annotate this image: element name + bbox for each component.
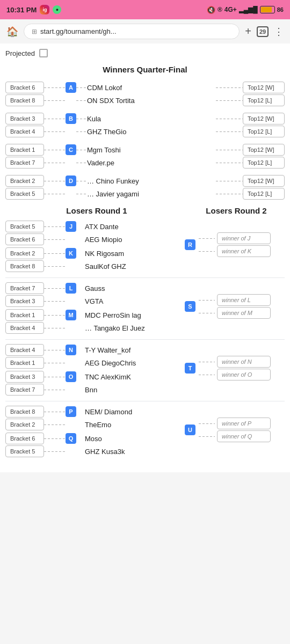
losers-right-col: R winner of J winner of K (188, 232, 285, 261)
result-connector (216, 87, 243, 88)
connector (44, 425, 66, 425)
connector (44, 301, 66, 302)
connector (44, 181, 66, 181)
battery-fill (261, 7, 272, 12)
instagram-icon[interactable]: ig (40, 5, 49, 14)
match-row-top: Bracket 6 Q Moso (5, 433, 188, 444)
battery-pct: 86 (277, 6, 284, 13)
status-left: 10:31 PM ig ● (6, 5, 61, 14)
bracket-slot: Bracket 4 (5, 344, 44, 356)
result-slot: Top12 [W] (243, 175, 285, 187)
more-menu-button[interactable]: ⋮ (274, 26, 284, 38)
winners-match-group: Bracket 1 C Mgm Toshi Top12 [W] Bracket … (5, 144, 285, 169)
divider (5, 401, 285, 401)
r2-badge: U (185, 425, 195, 435)
match-row-bottom: Bracket 7 Vader.pe Top12 [L] (5, 157, 285, 169)
r2-connector (199, 251, 215, 252)
url-bar[interactable]: ⊞ start.gg/tournament/gh... (24, 24, 240, 39)
home-button[interactable]: 🏠 (6, 26, 18, 38)
r2-connector (199, 300, 215, 301)
r2-result: winner of K (217, 245, 271, 257)
connector (44, 239, 66, 240)
losers-pair-group: Bracket 4 N T-Y Walter_kof Bracket 1 AEG… (5, 344, 285, 397)
player-name: Gauss (85, 284, 188, 292)
player-name: T-Y Walter_kof (85, 346, 188, 354)
match-row-bottom: Bracket 7 Bnn (5, 384, 188, 396)
r2-row-top: winner of P (199, 418, 285, 429)
connector (44, 350, 66, 350)
r2-result: winner of J (217, 232, 271, 244)
browser-bar: 🏠 ⊞ start.gg/tournament/gh... + 29 ⋮ (0, 19, 290, 43)
match-badge: N (66, 345, 76, 355)
player-name: ON SDX Tortita (87, 97, 216, 105)
r2-connector (199, 436, 215, 437)
player-name: Mgm Toshi (87, 146, 216, 154)
result-connector (216, 119, 243, 119)
r2-badge: T (185, 363, 195, 374)
losers-match: Bracket 4 N T-Y Walter_kof Bracket 1 AEG… (5, 344, 188, 369)
losers-match: Bracket 2 K NK Rigosam Bracket 8 SaulKof… (5, 247, 188, 272)
match-row-top: Bracket 2 K NK Rigosam (5, 247, 188, 259)
bracket-slot: Bracket 7 (5, 282, 44, 294)
result-connector (216, 100, 243, 101)
network-icon: 4G+ (224, 6, 237, 13)
player-name: SaulKof GHZ (85, 262, 188, 270)
status-right: 🔇 ® 4G+ ▂▄▆█ 86 (207, 6, 284, 14)
main-content: Projected Winners Quarter-Final Bracket … (0, 43, 290, 472)
connector (44, 363, 66, 363)
home-icon: 🏠 (6, 26, 18, 37)
connector (44, 163, 66, 163)
match-row-top: Bracket 2 D … Chino Funkey Top12 [W] (5, 175, 285, 187)
losers-left-col: Bracket 5 J ATX Dante Bracket 6 AEG Miop… (5, 221, 188, 273)
winners-match-group: Bracket 6 A CDM Lokof Top12 [W] Bracket … (5, 82, 285, 106)
result-connector (216, 194, 243, 194)
bracket-slot: Bracket 5 (5, 188, 44, 200)
losers-left-col: Bracket 7 L Gauss Bracket 3 VGTA Bracket… (5, 282, 188, 335)
r2-result: winner of P (217, 418, 271, 429)
tab-count-badge[interactable]: 29 (257, 26, 269, 37)
match-badge: Q (66, 433, 76, 444)
connector (76, 150, 87, 150)
connector (44, 150, 66, 150)
player-name: GHZ Kusa3k (85, 448, 188, 456)
match-row-top: Bracket 1 M MDC PerroSin lag (5, 309, 188, 321)
connector (44, 131, 66, 132)
bracket-slot: Bracket 8 (5, 260, 44, 272)
losers-match: Bracket 5 J ATX Dante Bracket 6 AEG Miop… (5, 221, 188, 245)
bracket-slot: Bracket 1 (5, 309, 44, 321)
projected-checkbox[interactable] (39, 49, 48, 57)
r2-row-bottom: winner of K (199, 245, 285, 257)
losers-right-col: U winner of P winner of Q (188, 418, 285, 447)
match-badge: A (66, 82, 76, 93)
match-row-top: Bracket 3 B Kula Top12 [W] (5, 113, 285, 125)
player-name: ATX Dante (85, 223, 188, 231)
result-slot: Top12 [L] (243, 157, 285, 169)
winners-match-group: Bracket 2 D … Chino Funkey Top12 [W] Bra… (5, 175, 285, 200)
bracket-slot: Bracket 7 (5, 384, 44, 396)
result-slot: Top12 [W] (243, 113, 285, 125)
time-display: 10:31 PM (6, 6, 37, 14)
connector (44, 253, 66, 254)
connector (44, 194, 66, 194)
bracket-slot: Bracket 6 (5, 433, 44, 444)
bracket-slot: Bracket 5 (5, 445, 44, 457)
losers-right-col: T winner of N winner of O (188, 356, 285, 385)
connector (76, 181, 87, 181)
match-row-bottom: Bracket 8 ON SDX Tortita Top12 [L] (5, 94, 285, 106)
player-name: Bnn (85, 386, 188, 394)
r2-result: winner of L (217, 294, 271, 306)
player-name: … Chino Funkey (87, 177, 216, 185)
player-name: Vader.pe (87, 159, 216, 167)
connector (44, 87, 66, 88)
add-tab-button[interactable]: + (245, 25, 251, 38)
connector (76, 100, 87, 101)
r2-connector (199, 362, 215, 362)
losers-pair-group: Bracket 8 P NEM/ Diamond Bracket 2 TheEm… (5, 406, 285, 458)
connector (76, 131, 87, 132)
match-row-bottom: Bracket 4 GHZ TheGio Top12 [L] (5, 126, 285, 137)
divider (5, 339, 285, 340)
player-name: NK Rigosam (85, 250, 188, 258)
notification-icon[interactable]: ● (53, 5, 61, 14)
bracket-slot: Bracket 3 (5, 371, 44, 383)
match-badge: K (66, 248, 76, 259)
